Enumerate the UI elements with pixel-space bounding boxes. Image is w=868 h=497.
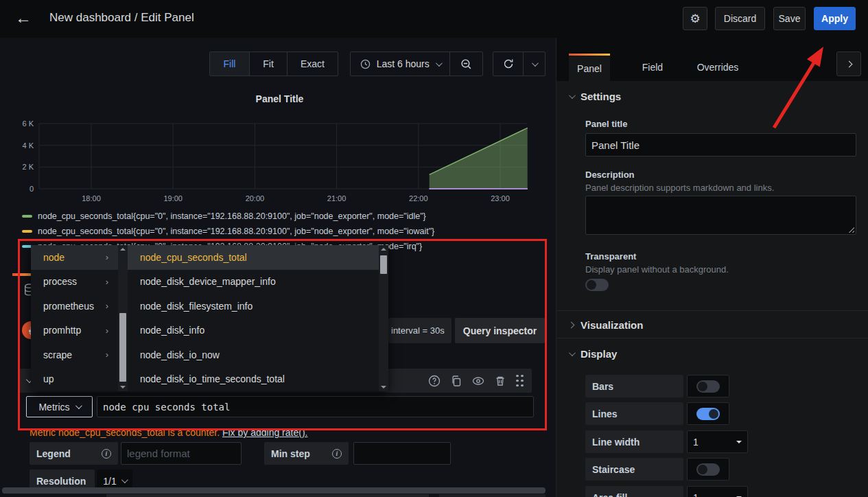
- grafana-edit-panel-screen: ← New dashboard / Edit Panel ⚙ Discard S…: [0, 0, 868, 497]
- refresh-icon: [503, 58, 514, 69]
- chevron-down-icon: [569, 349, 576, 356]
- options-tabbar: Panel Field Overrides: [556, 38, 868, 81]
- submenu-chevron-icon: ›: [106, 252, 108, 262]
- chevron-down-icon: [75, 402, 82, 409]
- section-display[interactable]: Display: [569, 348, 617, 360]
- back-arrow-icon[interactable]: ←: [15, 8, 36, 28]
- scroll-down-arrow-icon[interactable]: [120, 386, 126, 389]
- svg-text:6 K: 6 K: [22, 119, 34, 128]
- metric-group-item[interactable]: node›: [31, 245, 118, 270]
- metric-item[interactable]: node_disk_io_now: [128, 343, 379, 367]
- size-mode-fit[interactable]: Fit: [250, 52, 288, 76]
- query-options-interval[interactable]: interval = 30s: [388, 318, 451, 343]
- line-width-select[interactable]: 1: [687, 430, 748, 453]
- panel-title-field-label: Panel title: [585, 119, 627, 129]
- bars-toggle[interactable]: [696, 380, 720, 393]
- display-row-areafill-label: Area fill: [585, 486, 683, 497]
- collapse-sidebar-button[interactable]: [836, 51, 861, 76]
- metric-list: node_cpu_seconds_totalnode_disk_device_m…: [128, 245, 379, 391]
- svg-text:23:00: 23:00: [491, 194, 510, 203]
- display-row-bars-label: Bars: [585, 375, 683, 397]
- delete-query-trash-icon[interactable]: [494, 375, 506, 387]
- metric-item[interactable]: node_disk_info: [128, 319, 379, 343]
- chevron-right-icon: [845, 60, 852, 67]
- svg-text:18:00: 18:00: [82, 194, 101, 203]
- drag-handle-icon[interactable]: [516, 375, 524, 387]
- metric-group-item[interactable]: scrape›: [31, 343, 118, 367]
- display-row-staircase-label: Staircase: [585, 458, 683, 481]
- metric-item[interactable]: node_disk_filesystem_info: [128, 294, 379, 319]
- metrics-dropdown-button[interactable]: Metrics: [26, 396, 93, 417]
- lines-toggle[interactable]: [696, 408, 720, 420]
- section-settings[interactable]: Settings: [569, 91, 621, 102]
- min-step-input[interactable]: [353, 442, 451, 465]
- info-icon[interactable]: i: [102, 449, 111, 459]
- horizontal-scrollbar[interactable]: [2, 487, 546, 494]
- description-textarea[interactable]: [585, 196, 856, 235]
- clipped-content-sliver: [439, 494, 546, 497]
- staircase-toggle-box: [687, 458, 729, 481]
- dashboard-settings-button[interactable]: ⚙: [683, 7, 707, 30]
- help-icon[interactable]: [428, 375, 441, 387]
- size-mode-fill[interactable]: Fill: [210, 52, 250, 76]
- apply-button[interactable]: Apply: [814, 7, 856, 30]
- legend-item[interactable]: node_cpu_seconds_total{cpu="0", instance…: [22, 210, 426, 222]
- tab-field[interactable]: Field: [629, 54, 677, 81]
- metric-group-item[interactable]: process›: [31, 270, 118, 294]
- zoom-out-icon: [460, 58, 472, 70]
- transparent-field-label: Transparent: [585, 251, 636, 262]
- svg-text:19:00: 19:00: [163, 194, 183, 203]
- area-fill-select[interactable]: 1: [687, 486, 748, 497]
- scroll-up-arrow-icon[interactable]: [120, 248, 126, 251]
- time-range-picker[interactable]: Last 6 hours: [351, 52, 450, 76]
- tab-panel[interactable]: Panel: [569, 54, 610, 81]
- metric-group-item[interactable]: prometheus›: [31, 294, 118, 319]
- group-list-scrollbar[interactable]: [118, 245, 128, 391]
- fix-rate-link[interactable]: Fix by adding rate().: [222, 427, 308, 438]
- panel-options-sidebar: Panel Field Overrides Settings Panel tit…: [556, 38, 868, 497]
- metric-group-item[interactable]: up: [31, 367, 118, 392]
- refresh-button[interactable]: [493, 52, 524, 76]
- promql-query-input[interactable]: [97, 396, 534, 417]
- metric-item[interactable]: node_disk_io_time_seconds_total: [128, 367, 379, 392]
- save-button[interactable]: Save: [773, 7, 806, 30]
- metric-list-scrollbar[interactable]: [379, 245, 388, 391]
- legend-swatch-icon: [22, 215, 32, 218]
- tab-overrides[interactable]: Overrides: [687, 54, 749, 81]
- size-mode-exact[interactable]: Exact: [288, 52, 338, 76]
- legend-label: node_cpu_seconds_total{cpu="0", instance…: [38, 211, 426, 221]
- submenu-chevron-icon: ›: [106, 325, 108, 336]
- legend-format-input[interactable]: [121, 442, 242, 465]
- legend-swatch-icon: [22, 230, 32, 233]
- scroll-down-arrow-icon[interactable]: [381, 386, 386, 389]
- section-visualization[interactable]: Visualization: [569, 319, 643, 331]
- chevron-down-icon: [436, 60, 443, 67]
- zoom-out-time-button[interactable]: [450, 52, 482, 76]
- metric-item[interactable]: node_cpu_seconds_total: [128, 245, 379, 270]
- disable-query-eye-icon[interactable]: [472, 375, 484, 387]
- lines-toggle-box: [687, 402, 729, 425]
- time-controls: Last 6 hours: [350, 51, 483, 76]
- info-icon[interactable]: i: [332, 449, 342, 459]
- panel-title-input[interactable]: [585, 133, 856, 157]
- svg-text:0: 0: [30, 185, 34, 193]
- query-inspector-button[interactable]: Query inspector: [455, 318, 545, 343]
- clipped-content-sliver: [106, 494, 429, 497]
- chevron-down-icon: [569, 92, 576, 99]
- scroll-up-arrow-icon[interactable]: [381, 248, 386, 251]
- svg-text:20:00: 20:00: [246, 194, 265, 203]
- staircase-toggle[interactable]: [696, 463, 720, 476]
- svg-text:21:00: 21:00: [327, 194, 347, 203]
- legend-item[interactable]: node_cpu_seconds_total{cpu="0", instance…: [22, 225, 434, 238]
- description-field-label: Description: [585, 170, 635, 180]
- metric-group-item[interactable]: promhttp›: [31, 319, 118, 343]
- metric-item[interactable]: node_disk_device_mapper_info: [128, 270, 379, 294]
- size-mode-segmented-control: Fill Fit Exact: [209, 51, 338, 76]
- duplicate-query-icon[interactable]: [450, 375, 462, 387]
- transparent-toggle[interactable]: [585, 279, 609, 291]
- counter-warning: Metric node_cpu_seconds_total is a count…: [30, 427, 307, 438]
- refresh-interval-dropdown[interactable]: [524, 52, 545, 76]
- chevron-down-icon: [121, 476, 128, 483]
- discard-button[interactable]: Discard: [715, 7, 765, 30]
- warning-text: Metric node_cpu_seconds_total is a count…: [30, 427, 220, 438]
